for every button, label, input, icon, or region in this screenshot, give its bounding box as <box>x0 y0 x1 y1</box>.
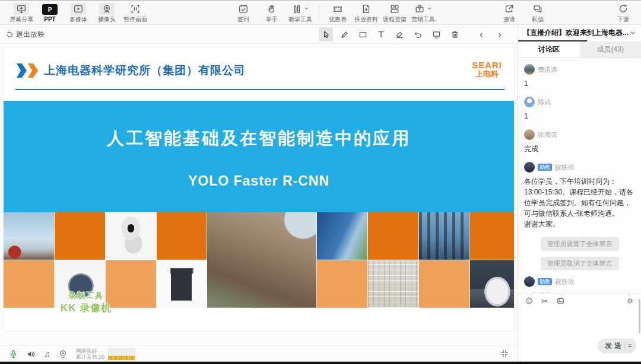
send-divider <box>624 343 625 350</box>
chat-message: 张海滨 完成 <box>524 129 635 154</box>
session-group: 邀请 私信 下课 <box>495 1 637 25</box>
network-graph <box>108 348 135 360</box>
tab-label: 多媒体 <box>69 15 87 24</box>
photo-test-chamber <box>368 260 418 308</box>
multimedia-icon <box>71 3 86 15</box>
photo-electrical-equipment <box>419 212 469 260</box>
watermark-line1: 录制工具 <box>42 290 131 301</box>
letterbox-edge <box>0 362 641 364</box>
message-list[interactable]: 费洪涛 1 陈武 1 张海滨 完成 <box>518 58 641 293</box>
undo-icon <box>413 30 423 40</box>
webcam-icon <box>58 349 68 359</box>
avatar <box>524 97 535 107</box>
exit-slideshow-button[interactable]: 退出放映 <box>6 25 45 44</box>
recorder-watermark: 录制工具 KK 录像机 <box>42 290 131 315</box>
chevron-down-icon <box>630 30 636 36</box>
emoji-icon <box>525 296 534 305</box>
music-button[interactable]: ♫ <box>44 350 50 358</box>
message-text: 完成 <box>524 143 635 154</box>
marketing-tools-icon <box>414 3 432 15</box>
tab-label: 摄像头 <box>98 15 116 24</box>
tab-discussion[interactable]: 讨论区 <box>518 41 580 58</box>
system-message: 管理员取消了全体禁言 <box>541 257 619 270</box>
button-course-shelf[interactable]: 课程货架 <box>380 1 409 25</box>
message-text: 各位学员，下午培训时间为：13:00-15:30。课程已经开始，请各位学员完成签… <box>524 176 635 229</box>
annotation-toolbar: T ‹ › <box>319 25 507 44</box>
chat-input-area[interactable] <box>518 308 641 362</box>
button-end-class[interactable]: 下课 <box>609 1 637 25</box>
photo-robot <box>106 212 156 260</box>
presentation-toolbar: 退出放映 T <box>0 25 518 44</box>
send-options-toggle[interactable]: = <box>628 343 632 349</box>
avatar <box>524 276 535 287</box>
speaker-icon <box>26 349 36 359</box>
button-sign-in[interactable]: 签到 <box>229 1 258 25</box>
tab-screen-share[interactable]: 屏幕分享 <box>7 1 36 25</box>
button-label: 营销工具 <box>411 15 435 24</box>
button-distribute-materials[interactable]: 投放资料 <box>352 1 380 25</box>
button-invite[interactable]: 邀请 <box>495 1 523 25</box>
send-label: 发送 <box>605 341 624 351</box>
tab-ppt[interactable]: P PPT <box>36 1 64 25</box>
distribute-materials-icon <box>361 3 372 15</box>
clear-annotations-tool[interactable] <box>448 27 462 41</box>
tab-multimedia[interactable]: 多媒体 <box>64 1 93 25</box>
raise-hand-icon <box>266 3 277 15</box>
rectangle-icon <box>358 30 368 40</box>
microphone-icon <box>8 349 18 359</box>
webcam-button[interactable] <box>58 349 68 359</box>
chat-message: 助教 祝轶欣 各位学员，下午培训时间为：13:00-15:30。课程已经开始，请… <box>524 162 635 229</box>
slide-header: 上海电器科学研究所（集团）有限公司 <box>17 63 246 78</box>
text-tool[interactable]: T <box>374 27 388 41</box>
eraser-tool[interactable] <box>392 27 407 41</box>
prev-slide-button[interactable]: ‹ <box>474 27 488 41</box>
button-raise-hand[interactable]: 举手 <box>258 1 286 25</box>
send-row: 发送 = <box>598 339 636 353</box>
invite-icon <box>504 3 515 15</box>
button-marketing-tools[interactable]: 营销工具 <box>409 1 437 25</box>
image-button[interactable] <box>556 296 565 305</box>
chat-settings-button[interactable] <box>626 296 634 305</box>
header-rule <box>15 89 504 90</box>
assistant-badge: 助教 <box>538 278 552 286</box>
screen-share-icon <box>14 3 29 15</box>
exit-slideshow-label: 退出放映 <box>16 30 45 40</box>
photo-electric-car <box>470 260 514 308</box>
photo-wind-turbine <box>4 212 54 260</box>
camera-icon <box>99 3 115 15</box>
board-icon <box>431 30 442 40</box>
microphone-button[interactable] <box>8 349 18 359</box>
live-intro-title: 【直播介绍】欢迎来到上海电器... <box>523 28 629 38</box>
undo-tool[interactable] <box>411 27 425 41</box>
seari-logo-cn: 上电科 <box>472 70 502 78</box>
chevron-down-icon <box>304 6 309 11</box>
chat-message: 助教 祝轶欣 课间休息：14:12-14:22 <box>524 276 635 293</box>
pen-tool[interactable] <box>337 27 351 41</box>
prev-slide-icon: ‹ <box>480 30 483 39</box>
button-private-message[interactable]: 私信 <box>523 1 552 25</box>
button-teaching-tools[interactable]: 教学工具 <box>286 1 315 25</box>
rectangle-tool[interactable] <box>356 27 370 41</box>
course-shelf-icon <box>389 3 400 15</box>
select-tool[interactable] <box>319 27 333 41</box>
tab-pause-screen[interactable]: 暂停画面 <box>121 1 150 25</box>
toolbar-divider <box>319 6 319 20</box>
network-status: 网络良好 累计丢包:10 <box>76 348 105 360</box>
button-coupon[interactable]: 优惠券 <box>323 1 352 25</box>
message-text: 1 <box>524 78 635 89</box>
network-status-text: 网络良好 <box>76 348 105 354</box>
photo-solar-panels <box>317 212 367 260</box>
tab-members[interactable]: 成员(43) <box>580 41 641 58</box>
slide: 上海电器科学研究所（集团）有限公司 SEARI 上电科 人工智能基础及在智能制造… <box>4 47 514 331</box>
chat-header-dropdown[interactable] <box>630 30 636 36</box>
next-slide-button[interactable]: › <box>493 27 507 41</box>
collapse-view-button[interactable] <box>500 349 509 358</box>
screenshot-button[interactable]: ✂ <box>541 297 548 305</box>
board-tool[interactable] <box>429 27 443 41</box>
send-button[interactable]: 发送 = <box>598 339 636 353</box>
tab-camera[interactable]: 摄像头 <box>93 1 121 25</box>
emoji-button[interactable] <box>525 296 534 305</box>
speaker-button[interactable] <box>26 349 36 359</box>
chat-scrollbar[interactable] <box>639 299 640 333</box>
presentation-area: 上海电器科学研究所（集团）有限公司 SEARI 上电科 人工智能基础及在智能制造… <box>0 44 518 346</box>
